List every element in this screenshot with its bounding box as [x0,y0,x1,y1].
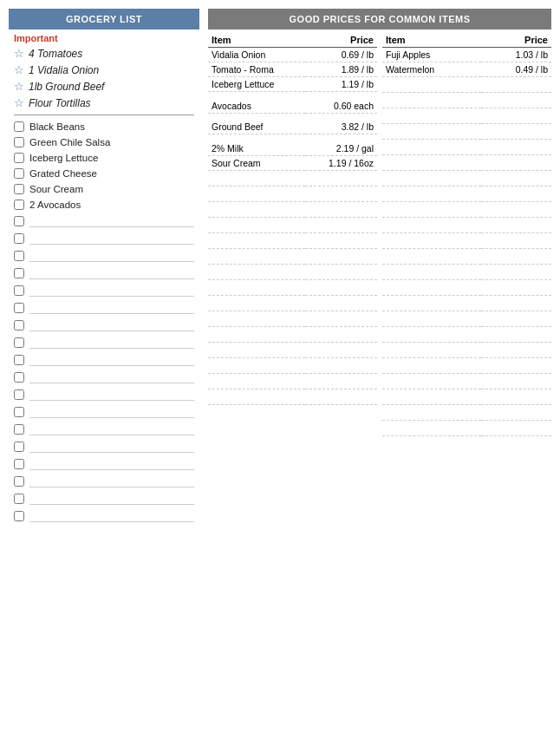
right-section: GOOD PRICES FOR COMMON ITEMS Item Price [199,9,551,737]
checkbox-empty[interactable] [14,320,24,330]
empty-row [382,108,551,124]
empty-checkbox-item [9,473,199,490]
checkbox-empty[interactable] [14,372,24,383]
empty-row [382,186,551,202]
empty-row [208,373,377,389]
table-row: Ground Beef 3.82 / lb [208,120,377,134]
empty-row [382,296,551,311]
checkbox-empty[interactable] [14,216,24,226]
item-cell: Fuji Apples [382,48,481,62]
table-row: Sour Cream 1.19 / 16oz [208,155,377,170]
checkbox-section: Black Beans Green Chile Salsa Iceberg Le… [9,119,199,525]
empty-checkbox-item [9,438,199,455]
item-cell: Iceberg Lettuce [208,77,305,92]
checkbox-empty[interactable] [14,511,24,521]
price-cell: 0.69 / lb [305,48,377,62]
empty-checkbox-item [9,507,199,525]
item-cell: Ground Beef [208,120,305,134]
checkbox-empty[interactable] [14,303,24,313]
checkbox-empty[interactable] [14,459,24,469]
star-icon: ☆ [14,47,24,60]
empty-row [208,357,377,373]
table-row: 2% Milk 2.19 / gal [208,141,377,156]
item-cell: Sour Cream [208,155,305,170]
empty-checkbox-item [9,213,199,230]
empty-checkbox-item [9,386,199,403]
empty-row [208,170,377,186]
checkbox-black-beans[interactable] [14,121,24,132]
item-cell: Avocados [208,99,305,114]
checkbox-empty[interactable] [14,407,24,417]
price-cell: 3.82 / lb [305,120,377,134]
col1-price-header: Price [305,33,377,48]
star-items-list: ☆ 4 Tomatoes ☆ 1 Vidalia Onion ☆ 1lb Gro… [9,45,199,111]
price-cell: 1.89 / lb [305,62,377,77]
price-cell: 1.19 / lb [305,77,377,92]
empty-row [208,326,377,342]
table-row: Iceberg Lettuce 1.19 / lb [208,77,377,92]
empty-row [382,265,551,280]
col2-price-header: Price [481,33,551,48]
prices-table-1: Item Price Vidalia Onion 0.69 / lb Tomat… [208,33,377,405]
empty-checkbox-item [9,455,199,473]
checkbox-empty[interactable] [14,355,24,365]
item-cell: 2% Milk [208,141,305,156]
star-icon: ☆ [14,80,24,93]
empty-row [382,218,551,233]
col1-item-header: Item [208,33,305,48]
checkbox-empty[interactable] [14,268,24,278]
table-row: Watermelon 0.49 / lb [382,62,551,77]
empty-checkbox-item [9,421,199,438]
empty-row [208,279,377,295]
spacer-row [208,92,377,99]
important-label: Important [9,29,199,45]
checkbox-empty[interactable] [14,251,24,261]
checkbox-empty[interactable] [14,442,24,452]
checkbox-green-chile-salsa[interactable] [14,137,24,147]
empty-checkbox-item [9,351,199,369]
checkbox-empty[interactable] [14,233,24,244]
empty-row [382,327,551,343]
empty-row [208,311,377,326]
checkbox-empty[interactable] [14,424,24,435]
empty-row [382,358,551,374]
checkbox-item: Sour Cream [9,181,199,197]
checkbox-item-label: 2 Avocados [29,200,81,210]
empty-checkbox-item [9,282,199,299]
checkbox-empty[interactable] [14,476,24,487]
empty-checkbox-item [9,334,199,351]
checkbox-item: Grated Cheese [9,166,199,181]
checkbox-empty[interactable] [14,389,24,400]
empty-row [382,405,551,421]
empty-row [382,93,551,108]
empty-checkbox-item [9,490,199,507]
checkbox-empty[interactable] [14,285,24,296]
empty-checkbox-item [9,317,199,334]
divider [14,115,194,115]
table-row: Vidalia Onion 0.69 / lb [208,48,377,62]
star-item: ☆ Flour Tortillas [9,95,199,111]
item-cell: Vidalia Onion [208,48,305,62]
price-cell: 0.60 each [305,99,377,114]
prices-table-2: Item Price Fuji Apples 1.03 / lb Waterme… [382,33,551,436]
empty-row [382,124,551,140]
star-item-label: 1lb Ground Beef [29,81,104,93]
checkbox-item-label: Green Chile Salsa [29,137,110,147]
empty-row [382,202,551,218]
checkbox-empty[interactable] [14,337,24,348]
empty-row [382,374,551,389]
empty-row [208,232,377,248]
checkbox-empty[interactable] [14,494,24,504]
checkbox-sour-cream[interactable] [14,184,24,194]
empty-row [382,311,551,327]
good-prices-header: GOOD PRICES FOR COMMON ITEMS [208,9,551,29]
star-icon: ☆ [14,63,24,76]
checkbox-avocados[interactable] [14,200,24,210]
star-item: ☆ 1 Vidalia Onion [9,62,199,78]
empty-checkbox-item [9,403,199,421]
checkbox-grated-cheese[interactable] [14,168,24,179]
main-layout: GROCERY LIST Important ☆ 4 Tomatoes ☆ 1 … [9,9,551,737]
checkbox-iceberg-lettuce[interactable] [14,153,24,163]
star-item: ☆ 4 Tomatoes [9,45,199,62]
checkbox-item: Black Beans [9,119,199,134]
